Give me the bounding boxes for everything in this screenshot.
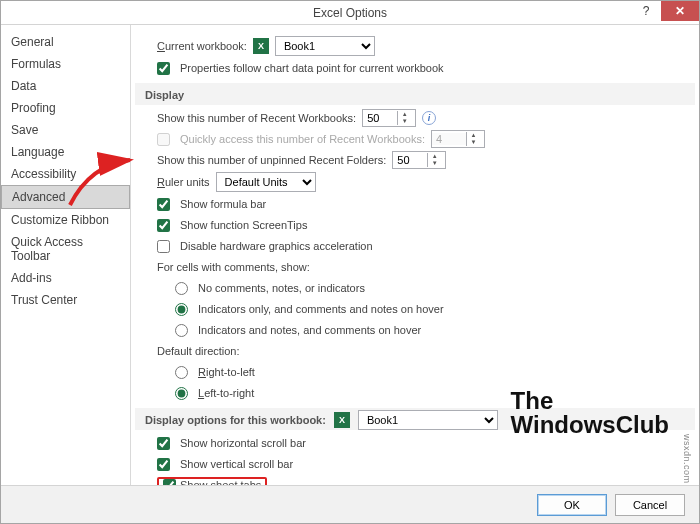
dir-ltr-label: Left-to-right bbox=[198, 387, 254, 399]
comments-opt3-label: Indicators and notes, and comments on ho… bbox=[198, 324, 421, 336]
comments-opt2-label: Indicators only, and comments and notes … bbox=[198, 303, 444, 315]
show-screentips-label: Show function ScreenTips bbox=[180, 219, 307, 231]
ok-button[interactable]: OK bbox=[537, 494, 607, 516]
unpinned-folders-spinner[interactable]: ▲▼ bbox=[392, 151, 446, 169]
comments-opt3-radio[interactable] bbox=[175, 324, 188, 337]
help-button[interactable]: ? bbox=[631, 1, 661, 21]
properties-follow-checkbox[interactable] bbox=[157, 62, 170, 75]
nav-qat[interactable]: Quick Access Toolbar bbox=[1, 231, 130, 267]
info-icon[interactable]: i bbox=[422, 111, 436, 125]
properties-follow-label: Properties follow chart data point for c… bbox=[180, 62, 444, 74]
quick-access-label: Quickly access this number of Recent Wor… bbox=[180, 133, 425, 145]
current-workbook-select[interactable]: Book1 bbox=[275, 36, 375, 56]
titlebar: Excel Options ? ✕ bbox=[1, 1, 699, 25]
ruler-units-label: Ruler units bbox=[157, 176, 210, 188]
workbook-select[interactable]: Book1 bbox=[358, 410, 498, 430]
disable-hw-label: Disable hardware graphics acceleration bbox=[180, 240, 373, 252]
h-scroll-label: Show horizontal scroll bar bbox=[180, 437, 306, 449]
recent-workbooks-spinner[interactable]: ▲▼ bbox=[362, 109, 416, 127]
dir-ltr-radio[interactable] bbox=[175, 387, 188, 400]
current-workbook-label: Current workbook: bbox=[157, 40, 247, 52]
ruler-units-select[interactable]: Default Units bbox=[216, 172, 316, 192]
recent-workbooks-label: Show this number of Recent Workbooks: bbox=[157, 112, 356, 124]
dir-rtl-label: Right-to-left bbox=[198, 366, 255, 378]
nav-language[interactable]: Language bbox=[1, 141, 130, 163]
sheet-tabs-checkbox[interactable] bbox=[163, 479, 176, 486]
nav-advanced[interactable]: Advanced bbox=[1, 185, 130, 209]
direction-heading: Default direction: bbox=[157, 345, 240, 357]
nav-customize-ribbon[interactable]: Customize Ribbon bbox=[1, 209, 130, 231]
dialog-footer: OK Cancel bbox=[1, 485, 699, 523]
show-screentips-checkbox[interactable] bbox=[157, 219, 170, 232]
comments-opt1-radio[interactable] bbox=[175, 282, 188, 295]
nav-addins[interactable]: Add-ins bbox=[1, 267, 130, 289]
options-content: Current workbook: X Book1 Properties fol… bbox=[131, 25, 699, 485]
excel-icon: X bbox=[253, 38, 269, 54]
nav-proofing[interactable]: Proofing bbox=[1, 97, 130, 119]
quick-access-spinner: ▲▼ bbox=[431, 130, 485, 148]
nav-data[interactable]: Data bbox=[1, 75, 130, 97]
show-formula-bar-label: Show formula bar bbox=[180, 198, 266, 210]
unpinned-folders-label: Show this number of unpinned Recent Fold… bbox=[157, 154, 386, 166]
h-scroll-checkbox[interactable] bbox=[157, 437, 170, 450]
quick-access-checkbox[interactable] bbox=[157, 133, 170, 146]
comments-opt2-radio[interactable] bbox=[175, 303, 188, 316]
show-formula-bar-checkbox[interactable] bbox=[157, 198, 170, 211]
display-heading: Display bbox=[135, 83, 695, 105]
comments-opt1-label: No comments, notes, or indicators bbox=[198, 282, 365, 294]
options-dialog: Excel Options ? ✕ General Formulas Data … bbox=[0, 0, 700, 524]
nav-trust-center[interactable]: Trust Center bbox=[1, 289, 130, 311]
disable-hw-checkbox[interactable] bbox=[157, 240, 170, 253]
sheet-tabs-highlight: Show sheet tabs bbox=[157, 477, 267, 486]
v-scroll-checkbox[interactable] bbox=[157, 458, 170, 471]
window-title: Excel Options bbox=[1, 6, 699, 20]
category-sidebar: General Formulas Data Proofing Save Lang… bbox=[1, 25, 131, 485]
cancel-button[interactable]: Cancel bbox=[615, 494, 685, 516]
excel-icon: X bbox=[334, 412, 350, 428]
nav-save[interactable]: Save bbox=[1, 119, 130, 141]
comments-heading: For cells with comments, show: bbox=[157, 261, 310, 273]
watermark-domain: wsxdn.com bbox=[682, 434, 692, 484]
nav-accessibility[interactable]: Accessibility bbox=[1, 163, 130, 185]
close-button[interactable]: ✕ bbox=[661, 1, 699, 21]
v-scroll-label: Show vertical scroll bar bbox=[180, 458, 293, 470]
dir-rtl-radio[interactable] bbox=[175, 366, 188, 379]
sheet-tabs-label: Show sheet tabs bbox=[180, 479, 261, 485]
nav-general[interactable]: General bbox=[1, 31, 130, 53]
nav-formulas[interactable]: Formulas bbox=[1, 53, 130, 75]
workbook-display-heading: Display options for this workbook: X Boo… bbox=[135, 408, 695, 430]
